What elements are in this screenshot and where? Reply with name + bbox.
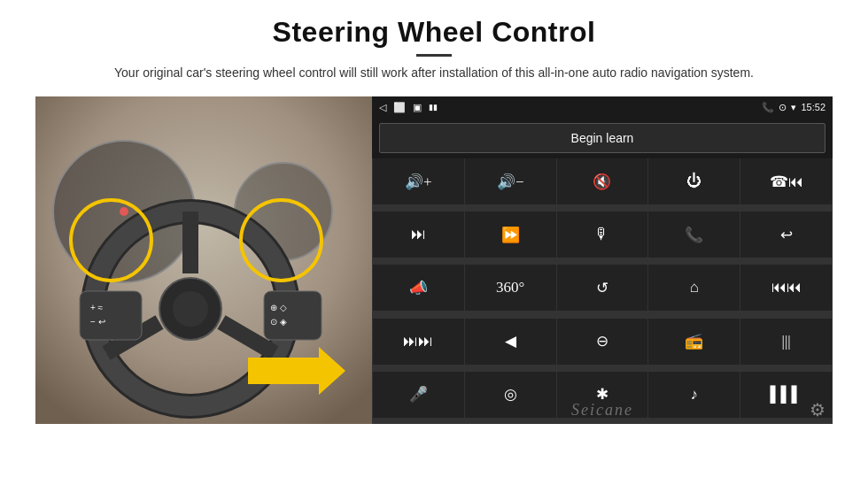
begin-learn-button[interactable]: Begin learn — [379, 123, 825, 153]
car-image-placeholder: + ≈ − ↩ ⊕ ◇ ⊙ ◈ — [35, 96, 372, 424]
status-bar-left: ◁ ⬜ ▣ ▮▮ — [379, 102, 438, 113]
knob-btn[interactable]: ◎ — [465, 372, 556, 418]
home-btn[interactable]: ⌂ — [648, 265, 740, 311]
call-btn[interactable]: 📞 — [648, 212, 740, 258]
svg-rect-14 — [264, 291, 322, 340]
svg-text:⊕  ◇: ⊕ ◇ — [270, 303, 287, 312]
page-subtitle: Your original car's steering wheel contr… — [114, 64, 754, 82]
nav-btn[interactable]: ◀ — [465, 319, 556, 365]
horn-btn[interactable]: 📣 — [373, 265, 464, 311]
svg-text:+  ≈: + ≈ — [90, 303, 104, 312]
eq-btn[interactable]: ||| — [740, 319, 832, 365]
phone-prev-btn[interactable]: ☎⏮ — [740, 158, 832, 204]
gear-icon[interactable]: ⚙ — [810, 399, 825, 420]
page-title: Steering Wheel Control — [114, 16, 754, 49]
controls-grid: 🔊+🔊−🔇⏻☎⏮⏭⏩🎙📞↩📣360°↺⌂⏮⏮⏭⏭◀⊖📻|||🎤◎✱♪▌▌▌ — [372, 158, 833, 424]
vol-down-btn[interactable]: 🔊− — [465, 158, 556, 204]
radio-btn[interactable]: 📻 — [648, 319, 740, 365]
music-btn[interactable]: ♪ — [648, 372, 740, 418]
svg-rect-11 — [80, 291, 142, 340]
eject-btn[interactable]: ⊖ — [557, 319, 648, 365]
recents-nav-icon[interactable]: ▣ — [413, 102, 422, 113]
title-section: Steering Wheel Control Your original car… — [114, 16, 754, 91]
status-bar-right: 📞 ⊙ ▾ 15:52 — [762, 102, 825, 113]
power-btn[interactable]: ⏻ — [648, 158, 740, 204]
wifi-icon: ▾ — [791, 102, 796, 113]
next-btn[interactable]: ⏭ — [373, 212, 464, 258]
status-bar: ◁ ⬜ ▣ ▮▮ 📞 ⊙ ▾ 15:52 — [372, 96, 833, 118]
page-wrapper: Steering Wheel Control Your original car… — [0, 0, 868, 485]
highlight-circle-right — [239, 198, 323, 282]
svg-text:−  ↩: − ↩ — [90, 317, 105, 327]
nextfwd-btn[interactable]: ⏭⏭ — [373, 319, 464, 365]
voice-btn[interactable]: 🎤 — [373, 372, 464, 418]
location-icon: ⊙ — [779, 102, 787, 113]
status-time: 15:52 — [801, 102, 825, 112]
car-image-area: + ≈ − ↩ ⊕ ◇ ⊙ ◈ — [35, 96, 372, 424]
svg-point-10 — [173, 291, 208, 327]
cam360-btn[interactable]: 360° — [465, 265, 556, 311]
mic-btn[interactable]: 🎙 — [557, 212, 648, 258]
home-nav-icon[interactable]: ⬜ — [393, 102, 406, 113]
hangup-btn[interactable]: ↩ — [740, 212, 832, 258]
svg-text:⊙  ◈: ⊙ ◈ — [270, 317, 287, 327]
phone-icon: 📞 — [762, 102, 774, 113]
vol-up-btn[interactable]: 🔊+ — [373, 158, 464, 204]
back-nav-icon[interactable]: ◁ — [379, 102, 386, 113]
battery-sim-icon: ▮▮ — [429, 103, 438, 112]
mute-btn[interactable]: 🔇 — [557, 158, 648, 204]
highlight-circle-left — [69, 198, 153, 282]
content-row: + ≈ − ↩ ⊕ ◇ ⊙ ◈ — [35, 96, 833, 424]
return-btn[interactable]: ↺ — [557, 265, 648, 311]
ffwd-btn[interactable]: ⏩ — [465, 212, 556, 258]
prevprev-btn[interactable]: ⏮⏮ — [740, 265, 832, 311]
title-divider — [416, 54, 452, 57]
android-panel: ◁ ⬜ ▣ ▮▮ 📞 ⊙ ▾ 15:52 Begin learn 🔊+🔊−🔇⏻☎… — [372, 96, 833, 424]
bluetooth-btn[interactable]: ✱ — [557, 372, 648, 418]
